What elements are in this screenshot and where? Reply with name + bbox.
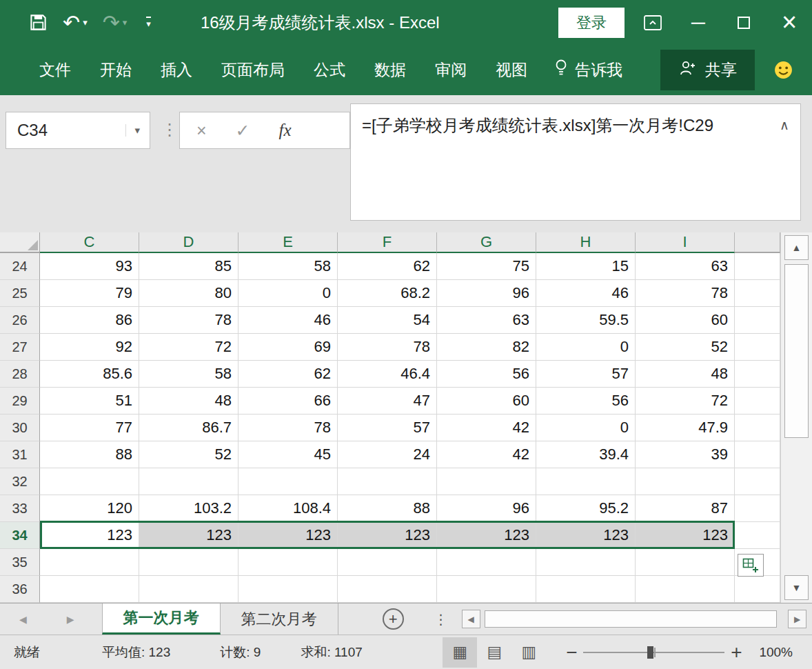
ribbon-tab-review[interactable]: 审阅 — [420, 48, 481, 92]
formula-input[interactable]: =[子弟学校月考成绩统计表.xlsx]第一次月考!C29 ∧ — [350, 103, 801, 221]
cell-H30[interactable]: 0 — [536, 415, 636, 441]
cell-F34[interactable]: 123 — [338, 522, 437, 549]
cell-I24[interactable]: 63 — [636, 253, 735, 280]
sheet-nav-right-icon[interactable]: ▶ — [67, 614, 74, 625]
cell-F36[interactable] — [338, 576, 437, 603]
cell-D31[interactable]: 52 — [139, 441, 238, 468]
cell-F29[interactable]: 47 — [338, 388, 437, 415]
sheet-tab-sheet2[interactable]: 第二次月考 — [221, 603, 338, 635]
row-header-36[interactable]: 36 — [0, 576, 40, 603]
cell-G33[interactable]: 96 — [437, 495, 536, 522]
page-layout-view-button[interactable]: ▤ — [477, 637, 511, 668]
cell-D26[interactable]: 78 — [139, 307, 238, 334]
row-header-32[interactable]: 32 — [0, 468, 40, 495]
cell-G31[interactable]: 42 — [437, 441, 536, 468]
cell-I36[interactable] — [636, 576, 735, 603]
cell-I33[interactable]: 87 — [636, 495, 735, 522]
cell-partial-24[interactable] — [735, 253, 780, 280]
cell-F25[interactable]: 68.2 — [338, 280, 437, 307]
horizontal-scrollbar-thumb[interactable] — [485, 610, 777, 628]
zoom-slider-thumb[interactable] — [647, 646, 653, 659]
column-header-partial[interactable] — [735, 232, 780, 253]
cell-I31[interactable]: 39 — [636, 441, 735, 468]
ribbon-tab-view[interactable]: 视图 — [481, 48, 542, 92]
redo-button[interactable]: ↷ ▾ — [103, 12, 128, 33]
select-all-corner[interactable] — [0, 232, 40, 253]
cell-D33[interactable]: 103.2 — [139, 495, 238, 522]
status-sum[interactable]: 求和: 1107 — [301, 643, 362, 661]
cell-G32[interactable] — [437, 468, 536, 495]
column-header-H[interactable]: H — [536, 232, 636, 253]
column-header-D[interactable]: D — [139, 232, 238, 253]
row-header-28[interactable]: 28 — [0, 361, 40, 388]
cell-I26[interactable]: 60 — [636, 307, 735, 334]
cell-E30[interactable]: 78 — [238, 415, 338, 441]
cell-C33[interactable]: 120 — [40, 495, 139, 522]
cell-I25[interactable]: 78 — [636, 280, 735, 307]
cell-H24[interactable]: 15 — [536, 253, 636, 280]
cell-I32[interactable] — [636, 468, 735, 495]
cell-partial-29[interactable] — [735, 388, 780, 415]
close-button[interactable]: × — [767, 0, 812, 45]
row-header-30[interactable]: 30 — [0, 415, 40, 441]
page-break-view-button[interactable]: ▥ — [511, 637, 546, 668]
cell-D29[interactable]: 48 — [139, 388, 238, 415]
cell-I27[interactable]: 52 — [636, 334, 735, 361]
cell-D34[interactable]: 123 — [139, 522, 238, 549]
cell-F33[interactable]: 88 — [338, 495, 437, 522]
cell-G29[interactable]: 60 — [437, 388, 536, 415]
cell-D35[interactable] — [139, 549, 238, 576]
row-header-29[interactable]: 29 — [0, 388, 40, 415]
row-header-27[interactable]: 27 — [0, 334, 40, 361]
insert-function-icon[interactable]: fx — [279, 121, 292, 140]
cell-C32[interactable] — [40, 468, 139, 495]
horizontal-scrollbar[interactable] — [483, 610, 785, 628]
redo-dropdown-icon[interactable]: ▾ — [123, 17, 128, 28]
cell-E36[interactable] — [238, 576, 338, 603]
cell-F28[interactable]: 46.4 — [338, 361, 437, 388]
cell-F24[interactable]: 62 — [338, 253, 437, 280]
cell-D32[interactable] — [139, 468, 238, 495]
cell-I35[interactable] — [636, 549, 735, 576]
cell-partial-30[interactable] — [735, 415, 780, 441]
cell-I34[interactable]: 123 — [636, 522, 735, 549]
cancel-icon[interactable]: × — [196, 121, 207, 141]
cell-F26[interactable]: 54 — [338, 307, 437, 334]
cell-partial-25[interactable] — [735, 280, 780, 307]
minimize-button[interactable]: ─ — [676, 0, 721, 45]
login-button[interactable]: 登录 — [558, 8, 625, 38]
cell-partial-26[interactable] — [735, 307, 780, 334]
cell-H33[interactable]: 95.2 — [536, 495, 636, 522]
collapse-formula-bar-icon[interactable]: ∧ — [780, 115, 789, 135]
cell-E33[interactable]: 108.4 — [238, 495, 338, 522]
vertical-scrollbar[interactable]: ▲ ▼ — [780, 232, 812, 603]
hscroll-right-button[interactable]: ▶ — [788, 610, 806, 628]
cell-E32[interactable] — [238, 468, 338, 495]
cell-E31[interactable]: 45 — [238, 441, 338, 468]
formula-bar-drag-handle[interactable]: ⋮ — [161, 120, 178, 139]
cell-H36[interactable] — [536, 576, 636, 603]
row-header-35[interactable]: 35 — [0, 549, 40, 576]
cell-H28[interactable]: 57 — [536, 361, 636, 388]
cell-E27[interactable]: 69 — [238, 334, 338, 361]
add-sheet-button[interactable]: + — [383, 608, 404, 630]
maximize-button[interactable] — [721, 0, 767, 45]
cell-H26[interactable]: 59.5 — [536, 307, 636, 334]
cell-C28[interactable]: 85.6 — [40, 361, 139, 388]
cell-H27[interactable]: 0 — [536, 334, 636, 361]
cell-G25[interactable]: 96 — [437, 280, 536, 307]
cell-E25[interactable]: 0 — [238, 280, 338, 307]
row-header-24[interactable]: 24 — [0, 253, 40, 280]
cell-partial-28[interactable] — [735, 361, 780, 388]
column-header-G[interactable]: G — [437, 232, 536, 253]
cell-D28[interactable]: 58 — [139, 361, 238, 388]
row-header-25[interactable]: 25 — [0, 280, 40, 307]
column-header-C[interactable]: C — [40, 232, 139, 253]
cell-D27[interactable]: 72 — [139, 334, 238, 361]
zoom-out-button[interactable]: − — [561, 641, 582, 663]
cell-G28[interactable]: 56 — [437, 361, 536, 388]
cell-partial-36[interactable] — [735, 576, 780, 603]
cell-H25[interactable]: 46 — [536, 280, 636, 307]
cell-C34[interactable]: 123 — [40, 522, 139, 549]
ribbon-tab-insert[interactable]: 插入 — [146, 48, 207, 92]
